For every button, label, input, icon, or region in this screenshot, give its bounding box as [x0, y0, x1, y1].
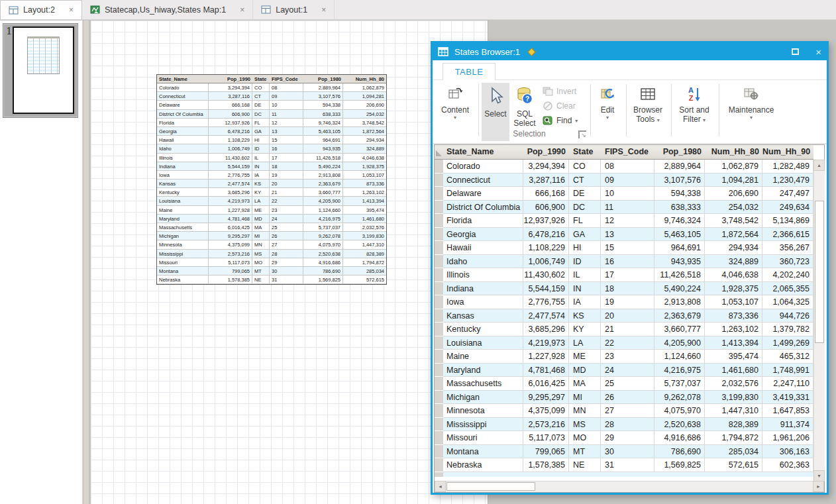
- cell[interactable]: 5,737,037: [654, 377, 705, 391]
- cell[interactable]: 1,094,281: [705, 174, 762, 187]
- edit-button[interactable]: Edit ▾: [594, 83, 621, 121]
- cell[interactable]: Delaware: [443, 187, 523, 201]
- cell[interactable]: 1,647,853: [762, 404, 813, 418]
- column-header-num_hh_80[interactable]: Num_Hh_80: [343, 75, 386, 83]
- cell[interactable]: 1,872,564: [343, 127, 386, 135]
- table-row[interactable]: Indiana5,544,159IN185,490,2241,928,375: [157, 162, 386, 171]
- cell[interactable]: FL: [252, 119, 270, 126]
- table-row[interactable]: Iowa2,776,755IA192,913,8081,053,1071,064…: [435, 295, 813, 309]
- cell[interactable]: 4,075,970: [654, 404, 705, 418]
- cell[interactable]: 4,202,240: [762, 268, 813, 282]
- cell[interactable]: 3,660,777: [654, 323, 705, 336]
- cell[interactable]: Louisiana: [157, 197, 209, 205]
- cell[interactable]: 5,117,073: [209, 258, 252, 266]
- cell[interactable]: 15: [270, 136, 303, 144]
- cell[interactable]: 1,124,660: [654, 350, 705, 364]
- cell[interactable]: 943,935: [654, 255, 705, 269]
- table-row[interactable]: Indiana5,544,159IN185,490,2241,928,3752,…: [435, 282, 813, 296]
- cell[interactable]: ID: [252, 144, 270, 152]
- cell[interactable]: Idaho: [443, 255, 523, 269]
- cell[interactable]: 12: [601, 214, 654, 228]
- cell[interactable]: 21: [270, 188, 303, 196]
- cell[interactable]: GA: [569, 228, 601, 242]
- cell[interactable]: 09: [601, 174, 654, 187]
- cell[interactable]: 4,916,686: [654, 431, 705, 445]
- row-select-handle[interactable]: [435, 160, 443, 174]
- cell[interactable]: MN: [569, 404, 601, 418]
- cell[interactable]: 356,267: [762, 241, 813, 255]
- cell[interactable]: 3,748,542: [705, 214, 762, 228]
- table-row[interactable]: Colorado3,294,394CO082,889,9641,062,8791…: [435, 160, 813, 174]
- cell[interactable]: 30: [270, 267, 303, 275]
- table-row[interactable]: Kentucky3,685,296KY213,660,7771,263,102: [157, 188, 386, 197]
- cell[interactable]: 3,287,116: [209, 92, 252, 100]
- row-select-handle[interactable]: [435, 336, 443, 350]
- cell[interactable]: 2,032,576: [343, 223, 386, 231]
- cell[interactable]: 324,889: [705, 255, 762, 269]
- cell[interactable]: 4,216,975: [303, 215, 343, 223]
- cell[interactable]: 9,746,324: [303, 119, 343, 126]
- cell[interactable]: 594,338: [303, 101, 343, 109]
- cell[interactable]: 23: [601, 350, 654, 364]
- cell[interactable]: Hawaii: [157, 136, 209, 144]
- row-select-handle[interactable]: [435, 214, 443, 228]
- cell[interactable]: 5,117,073: [523, 431, 569, 445]
- table-row[interactable]: Massachusetts6,016,425MA255,737,0372,032…: [157, 223, 386, 232]
- maintenance-button[interactable]: Maintenance ▾: [723, 83, 780, 121]
- cell[interactable]: 1,569,825: [303, 276, 343, 283]
- table-row[interactable]: Minnesota4,375,099MN274,075,9701,447,310: [157, 240, 386, 249]
- cell[interactable]: Missouri: [157, 258, 209, 266]
- cell[interactable]: 16: [601, 255, 654, 269]
- cell[interactable]: 5,737,037: [303, 223, 343, 231]
- cell[interactable]: 1,230,479: [762, 174, 813, 187]
- cell[interactable]: 2,913,808: [303, 171, 343, 179]
- cell[interactable]: 3,660,777: [303, 188, 343, 196]
- cell[interactable]: Illinois: [443, 268, 523, 282]
- table-row[interactable]: Maryland4,781,468MD244,216,9751,461,6801…: [435, 364, 813, 378]
- cell[interactable]: 1,062,879: [705, 160, 762, 174]
- cell[interactable]: KY: [569, 323, 601, 336]
- cell[interactable]: Mississippi: [157, 250, 209, 258]
- cell[interactable]: 254,032: [705, 201, 762, 215]
- table-row[interactable]: Montana799,065MT30786,690285,034: [157, 267, 386, 276]
- cell[interactable]: Georgia: [443, 228, 523, 242]
- cell[interactable]: 31: [601, 458, 654, 472]
- cell[interactable]: Florida: [157, 119, 209, 126]
- table-row[interactable]: Hawaii1,108,229HI15964,691294,934: [157, 136, 386, 144]
- cell[interactable]: 9,295,297: [209, 232, 252, 240]
- cell[interactable]: 4,075,970: [303, 240, 343, 248]
- cell[interactable]: 2,889,964: [654, 160, 705, 174]
- cell[interactable]: MN: [252, 240, 270, 248]
- cell[interactable]: Kentucky: [157, 188, 209, 196]
- table-row[interactable]: Missouri5,117,073MO294,916,6861,794,8721…: [435, 431, 813, 445]
- column-header-pop_1990[interactable]: Pop_1990: [209, 75, 252, 83]
- close-icon[interactable]: ×: [69, 5, 74, 15]
- cell[interactable]: 12,937,926: [523, 214, 569, 228]
- cell[interactable]: 4,046,638: [343, 154, 386, 162]
- cell[interactable]: 4,219,973: [523, 336, 569, 350]
- cell[interactable]: 22: [601, 336, 654, 350]
- cell[interactable]: 2,366,615: [762, 228, 813, 242]
- cell[interactable]: Connecticut: [157, 92, 209, 100]
- row-select-handle[interactable]: [435, 309, 443, 323]
- row-select-handle[interactable]: [435, 458, 443, 472]
- cell[interactable]: Nebraska: [157, 276, 209, 283]
- cell[interactable]: 5,490,224: [654, 282, 705, 296]
- cell[interactable]: Montana: [443, 445, 523, 459]
- cell[interactable]: 294,934: [705, 241, 762, 255]
- scroll-left-button[interactable]: ◄: [435, 481, 446, 492]
- cell[interactable]: 1,124,660: [303, 206, 343, 214]
- cell[interactable]: 9,262,078: [654, 391, 705, 405]
- cell[interactable]: 638,333: [303, 110, 343, 118]
- column-header-state[interactable]: State: [569, 145, 601, 159]
- column-header-state[interactable]: State: [252, 75, 270, 83]
- table-row[interactable]: Massachusetts6,016,425MA255,737,0372,032…: [435, 377, 813, 391]
- table-row[interactable]: District Of Columbia606,900DC11638,33325…: [435, 201, 813, 215]
- cell[interactable]: 285,034: [343, 267, 386, 275]
- cell[interactable]: 19: [270, 171, 303, 179]
- cell[interactable]: 6,016,425: [523, 377, 569, 391]
- table-row[interactable]: Louisiana4,219,973LA224,205,9001,413,394: [157, 197, 386, 205]
- table-row[interactable]: Georgia6,478,216GA135,463,1051,872,5642,…: [435, 228, 813, 242]
- cell[interactable]: KY: [252, 188, 270, 196]
- cell[interactable]: 9,746,324: [654, 214, 705, 228]
